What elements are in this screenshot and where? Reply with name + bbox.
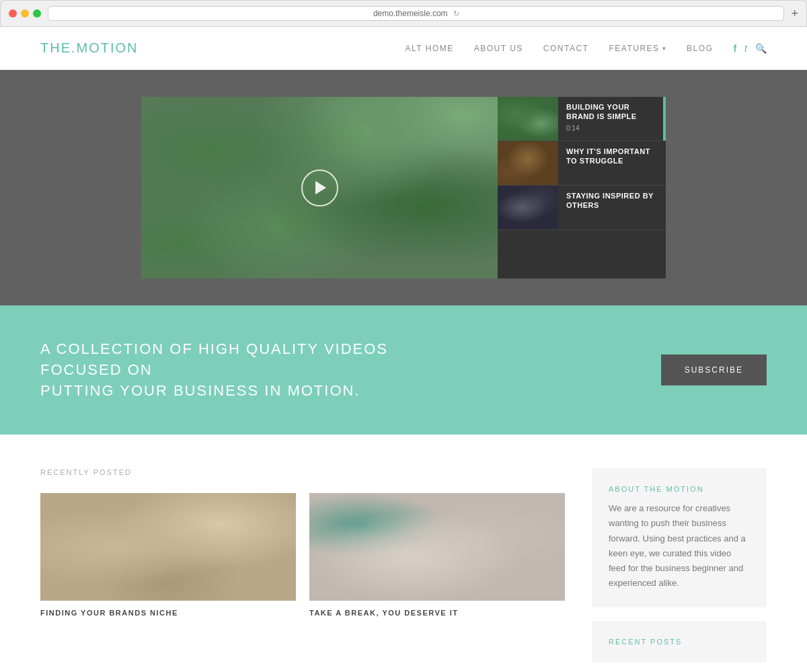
playlist-thumb-2 <box>498 141 558 185</box>
nav-features-label: FEATURES <box>609 44 659 53</box>
post-card-2[interactable]: TAKE A BREAK, YOU DESERVE IT <box>309 493 565 617</box>
post-img-bg-2 <box>309 493 565 601</box>
video-playlist: BUILDING YOUR BRAND IS SIMPLE 0:14 WHY I… <box>498 97 666 278</box>
nav-features[interactable]: FEATURES ▾ <box>609 44 666 53</box>
playlist-thumb-1 <box>498 97 558 141</box>
website: THE.MOTION ALT HOME ABOUT US CONTACT FEA… <box>0 27 807 672</box>
playlist-info-3: STAYING INSPIRED BY OTHERS <box>558 186 666 229</box>
chevron-down-icon: ▾ <box>662 45 667 52</box>
about-widget: ABOUT THE MOTION We are a resource for c… <box>592 468 767 607</box>
content-section: RECENTLY POSTED FINDING YOUR BRANDS NICH… <box>0 435 807 672</box>
playlist-item-1[interactable]: BUILDING YOUR BRAND IS SIMPLE 0:14 <box>498 97 666 141</box>
nav-social: f t 🔍 <box>733 43 767 54</box>
playlist-title-2: WHY IT'S IMPORTANT TO STRUGGLE <box>566 147 658 166</box>
nav-contact[interactable]: CONTACT <box>543 44 589 53</box>
about-widget-title: ABOUT THE MOTION <box>609 485 750 493</box>
site-header: THE.MOTION ALT HOME ABOUT US CONTACT FEA… <box>0 27 807 70</box>
playlist-item-3[interactable]: STAYING INSPIRED BY OTHERS <box>498 186 666 230</box>
playlist-duration-1: 0:14 <box>566 124 658 132</box>
new-tab-button[interactable]: + <box>791 7 798 21</box>
cta-text: A COLLECTION OF HIGH QUALITY VIDEOS FOCU… <box>40 339 444 401</box>
post-title-2: TAKE A BREAK, YOU DESERVE IT <box>309 609 565 617</box>
video-overlay <box>141 97 498 278</box>
reload-icon[interactable]: ↻ <box>453 9 459 18</box>
nav-about-us[interactable]: ABOUT US <box>474 44 523 53</box>
playlist-title-3: STAYING INSPIRED BY OTHERS <box>566 191 658 211</box>
main-nav: ALT HOME ABOUT US CONTACT FEATURES ▾ BLO… <box>405 43 767 54</box>
dot-red[interactable] <box>9 9 17 17</box>
video-container: BUILDING YOUR BRAND IS SIMPLE 0:14 WHY I… <box>141 97 666 278</box>
playlist-title-1: BUILDING YOUR BRAND IS SIMPLE <box>566 102 658 122</box>
recent-posts-widget-title: RECENT POSTS <box>609 638 750 646</box>
cta-line2: PUTTING YOUR BUSINESS IN MOTION. <box>40 382 360 399</box>
address-bar[interactable]: demo.themeisle.com ↻ <box>48 6 784 21</box>
post-card-1[interactable]: FINDING YOUR BRANDS NICHE <box>40 493 296 617</box>
twitter-icon[interactable]: t <box>744 43 747 54</box>
cta-section: A COLLECTION OF HIGH QUALITY VIDEOS FOCU… <box>0 305 807 435</box>
recently-posted-label: RECENTLY POSTED <box>40 468 565 476</box>
play-icon <box>315 181 326 194</box>
post-image-2 <box>309 493 565 601</box>
posts-grid: FINDING YOUR BRANDS NICHE TAKE A BREAK, … <box>40 493 565 617</box>
sidebar: ABOUT THE MOTION We are a resource for c… <box>592 468 767 672</box>
video-player[interactable] <box>141 97 498 278</box>
post-title-1: FINDING YOUR BRANDS NICHE <box>40 609 296 617</box>
browser-dots <box>9 9 41 17</box>
search-icon[interactable]: 🔍 <box>755 43 767 54</box>
about-widget-text: We are a resource for creatives wanting … <box>609 501 750 591</box>
playlist-info-1: BUILDING YOUR BRAND IS SIMPLE 0:14 <box>558 97 666 141</box>
subscribe-button[interactable]: SUBSCRIBE <box>661 354 767 385</box>
post-image-1 <box>40 493 296 601</box>
nav-blog[interactable]: BLOG <box>687 44 713 53</box>
site-logo[interactable]: THE.MOTION <box>40 40 139 56</box>
playlist-item-2[interactable]: WHY IT'S IMPORTANT TO STRUGGLE <box>498 141 666 186</box>
url-text: demo.themeisle.com <box>373 9 448 18</box>
playlist-info-2: WHY IT'S IMPORTANT TO STRUGGLE <box>558 141 666 185</box>
dot-yellow[interactable] <box>21 9 29 17</box>
cta-line1: A COLLECTION OF HIGH QUALITY VIDEOS FOCU… <box>40 340 388 378</box>
dot-green[interactable] <box>33 9 41 17</box>
playlist-thumb-3 <box>498 186 558 229</box>
hero-section: BUILDING YOUR BRAND IS SIMPLE 0:14 WHY I… <box>0 70 807 305</box>
recent-posts-widget: RECENT POSTS <box>592 621 767 663</box>
browser-chrome: demo.themeisle.com ↻ + <box>0 0 807 27</box>
post-img-bg-1 <box>40 493 296 601</box>
nav-alt-home[interactable]: ALT HOME <box>405 44 453 53</box>
facebook-icon[interactable]: f <box>733 43 736 54</box>
main-content: RECENTLY POSTED FINDING YOUR BRANDS NICH… <box>40 468 565 672</box>
play-button[interactable] <box>301 170 338 207</box>
